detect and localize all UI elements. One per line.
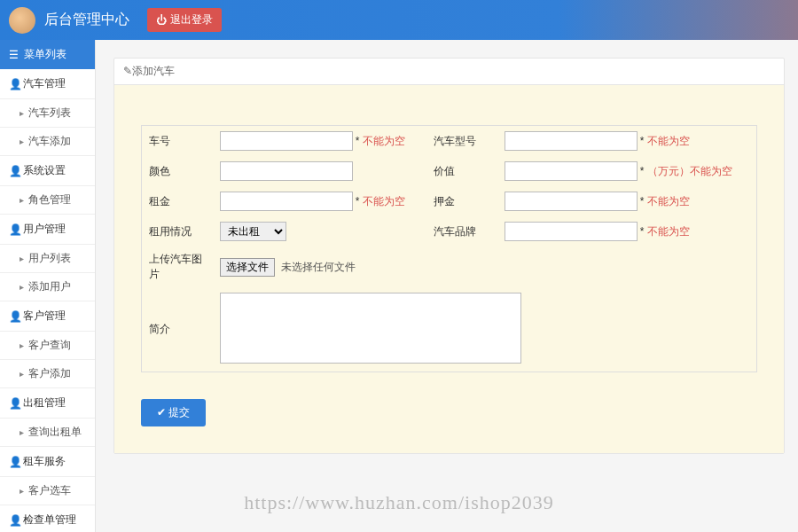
label-model: 汽车型号 [426,126,497,157]
label-price: 价值 [426,156,497,186]
input-rent[interactable] [220,192,353,211]
power-icon: ⏻ [156,14,167,27]
nav-item[interactable]: 汽车列表 [0,99,95,128]
menu-header: ☰ 菜单列表 [0,40,95,69]
nav-group-label: 检查单管理 [23,512,76,528]
input-price[interactable] [505,161,638,181]
nav-group[interactable]: 👤系统设置 [0,156,95,186]
nav-item[interactable]: 角色管理 [0,186,95,215]
label-deposit: 押金 [426,186,497,216]
nav-group[interactable]: 👤租车服务 [0,447,95,477]
select-rent-status[interactable]: 未出租 [220,222,286,241]
nav-item[interactable]: 客户查询 [0,332,95,360]
logout-button[interactable]: ⏻ 退出登录 [147,8,222,32]
app-title: 后台管理中心 [44,11,129,29]
user-icon: 👤 [9,165,18,177]
panel: ✎添加汽车 车号 *不能为空 汽车型号 *不能为空 颜色 价值 *（万元）不能为… [113,58,785,454]
nav-item[interactable]: 查询出租单 [0,419,95,447]
input-deposit[interactable] [505,192,638,211]
logout-label: 退出登录 [170,12,213,27]
panel-body: 车号 *不能为空 汽车型号 *不能为空 颜色 价值 *（万元）不能为空 租金 *… [114,85,784,453]
sidebar: ☰ 菜单列表 👤汽车管理汽车列表汽车添加👤系统设置角色管理👤用户管理用户列表添加… [0,40,96,532]
nav-group-label: 客户管理 [23,309,66,324]
nav-group[interactable]: 👤检查单管理 [0,505,95,532]
top-bar: 后台管理中心 ⏻ 退出登录 [0,0,798,40]
input-brand[interactable] [505,222,638,241]
nav-group[interactable]: 👤客户管理 [0,301,95,332]
panel-title: 添加汽车 [132,65,175,77]
nav-item[interactable]: 用户列表 [0,245,95,273]
nav-item[interactable]: 汽车添加 [0,128,95,156]
input-model[interactable] [505,131,638,151]
file-choose-button[interactable] [220,258,275,277]
nav-group-label: 出租管理 [23,395,66,411]
submit-button[interactable]: ✔ 提交 [141,399,206,426]
nav-group-label: 租车服务 [23,454,66,469]
edit-icon: ✎ [123,65,132,77]
user-icon: 👤 [9,456,18,468]
label-intro: 简介 [142,287,213,372]
nav-group[interactable]: 👤用户管理 [0,215,95,245]
nav-item[interactable]: 客户添加 [0,360,95,388]
label-rent-status: 租用情况 [142,216,213,246]
panel-header: ✎添加汽车 [114,59,784,85]
user-icon: 👤 [9,78,18,90]
nav-item[interactable]: 客户选车 [0,477,95,505]
label-rent: 租金 [142,186,213,216]
user-icon: 👤 [9,310,18,323]
file-none-text: 未选择任何文件 [281,261,356,273]
form-table: 车号 *不能为空 汽车型号 *不能为空 颜色 价值 *（万元）不能为空 租金 *… [141,125,757,372]
list-icon: ☰ [9,49,19,61]
user-icon: 👤 [9,223,18,236]
content-area: ✎添加汽车 车号 *不能为空 汽车型号 *不能为空 颜色 价值 *（万元）不能为… [96,40,798,532]
label-upload: 上传汽车图片 [142,246,213,287]
user-icon: 👤 [9,397,18,410]
user-icon: 👤 [9,514,18,527]
label-brand: 汽车品牌 [426,216,497,246]
nav-group[interactable]: 👤汽车管理 [0,69,95,99]
avatar[interactable] [9,7,35,34]
nav-item[interactable]: 添加用户 [0,273,95,301]
label-color: 颜色 [142,156,213,186]
check-icon: ✔ [157,406,166,419]
textarea-intro[interactable] [220,293,521,364]
nav-group-label: 汽车管理 [23,76,66,91]
input-color[interactable] [220,161,353,181]
nav-group-label: 用户管理 [23,222,66,237]
input-car-no[interactable] [220,131,353,151]
submit-label: 提交 [168,406,190,419]
label-car-no: 车号 [142,126,213,157]
nav-group[interactable]: 👤出租管理 [0,388,95,419]
nav-group-label: 系统设置 [23,163,66,178]
